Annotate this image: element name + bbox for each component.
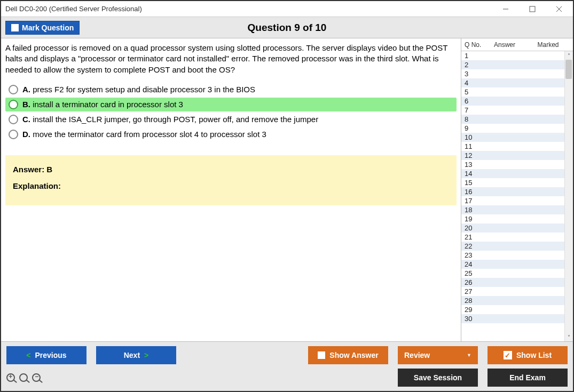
header-bar: Mark Question Question 9 of 10 bbox=[1, 17, 573, 38]
radio-icon[interactable] bbox=[9, 100, 18, 109]
window-title: Dell DC0-200 (Certified Server Professio… bbox=[5, 5, 142, 13]
table-row[interactable]: 3 bbox=[461, 69, 573, 78]
table-row[interactable]: 16 bbox=[461, 187, 573, 196]
titlebar: Dell DC0-200 (Certified Server Professio… bbox=[1, 1, 573, 17]
qno-cell: 21 bbox=[461, 233, 486, 241]
chevron-left-icon: < bbox=[26, 351, 30, 359]
col-answer: Answer bbox=[486, 41, 523, 49]
checkbox-icon bbox=[11, 24, 19, 31]
show-list-button[interactable]: ✓ Show List bbox=[487, 346, 568, 364]
save-session-button[interactable]: Save Session bbox=[398, 369, 478, 387]
option-row[interactable]: D. move the terminator card from process… bbox=[5, 127, 457, 141]
qno-cell: 25 bbox=[461, 269, 486, 277]
scroll-up-icon[interactable]: ˄ bbox=[566, 52, 572, 59]
question-list-panel: Q No. Answer Marked 12345678910111213141… bbox=[461, 38, 573, 341]
qno-cell: 27 bbox=[461, 287, 486, 295]
qno-cell: 2 bbox=[461, 61, 486, 69]
next-label: Next bbox=[124, 351, 140, 359]
close-icon[interactable] bbox=[549, 2, 569, 16]
review-button[interactable]: Review ▼ bbox=[398, 346, 478, 364]
qno-cell: 9 bbox=[461, 124, 486, 132]
scroll-down-icon[interactable]: ˅ bbox=[566, 334, 572, 340]
checked-box-icon: ✓ bbox=[504, 351, 512, 359]
table-row[interactable]: 15 bbox=[461, 178, 573, 187]
action-buttons-1: Show Answer Review ▼ ✓ Show List bbox=[308, 346, 568, 364]
table-row[interactable]: 5 bbox=[461, 87, 573, 97]
chevron-down-icon: ▼ bbox=[467, 353, 471, 358]
minimize-icon[interactable] bbox=[496, 2, 515, 16]
table-row[interactable]: 9 bbox=[461, 124, 573, 133]
radio-icon[interactable] bbox=[9, 85, 18, 94]
zoom-reset-icon[interactable] bbox=[19, 373, 28, 382]
qno-cell: 29 bbox=[461, 306, 486, 314]
qno-cell: 15 bbox=[461, 179, 486, 187]
table-row[interactable]: 28 bbox=[461, 296, 573, 305]
body: A failed processor is removed on a quad … bbox=[1, 38, 573, 341]
table-row[interactable]: 20 bbox=[461, 223, 573, 233]
main-area: A failed processor is removed on a quad … bbox=[1, 38, 461, 341]
table-row[interactable]: 12 bbox=[461, 151, 573, 160]
col-qno: Q No. bbox=[461, 41, 486, 49]
table-row[interactable]: 14 bbox=[461, 169, 573, 178]
next-button[interactable]: Next > bbox=[96, 346, 176, 364]
radio-icon[interactable] bbox=[9, 130, 18, 139]
maximize-icon[interactable] bbox=[523, 2, 542, 16]
qno-cell: 17 bbox=[461, 197, 486, 205]
window-controls bbox=[496, 2, 569, 16]
table-row[interactable]: 26 bbox=[461, 278, 573, 287]
table-row[interactable]: 13 bbox=[461, 160, 573, 169]
table-row[interactable]: 23 bbox=[461, 251, 573, 260]
table-row[interactable]: 4 bbox=[461, 78, 573, 87]
zoom-controls bbox=[6, 373, 41, 382]
radio-icon[interactable] bbox=[9, 115, 18, 124]
table-row[interactable]: 29 bbox=[461, 305, 573, 314]
option-text: D. move the terminator card from process… bbox=[22, 130, 266, 139]
option-row[interactable]: A. press F2 for system setup and disable… bbox=[5, 83, 457, 97]
footer-row-2: Save Session End Exam bbox=[6, 369, 568, 387]
table-row[interactable]: 11 bbox=[461, 142, 573, 151]
zoom-out-icon[interactable] bbox=[32, 373, 41, 382]
explanation-label: Explanation: bbox=[13, 181, 449, 190]
qno-cell: 7 bbox=[461, 106, 486, 114]
table-row[interactable]: 7 bbox=[461, 106, 573, 115]
table-row[interactable]: 30 bbox=[461, 314, 573, 323]
table-row[interactable]: 18 bbox=[461, 205, 573, 214]
show-answer-label: Show Answer bbox=[329, 351, 378, 359]
table-row[interactable]: 17 bbox=[461, 196, 573, 205]
table-row[interactable]: 8 bbox=[461, 115, 573, 124]
previous-button[interactable]: < Previous bbox=[6, 346, 87, 364]
table-row[interactable]: 25 bbox=[461, 269, 573, 278]
mark-question-button[interactable]: Mark Question bbox=[5, 21, 80, 35]
end-exam-button[interactable]: End Exam bbox=[487, 369, 568, 387]
table-row[interactable]: 24 bbox=[461, 260, 573, 269]
show-answer-button[interactable]: Show Answer bbox=[308, 346, 388, 364]
app-window: Dell DC0-200 (Certified Server Professio… bbox=[0, 0, 574, 392]
table-row[interactable]: 19 bbox=[461, 214, 573, 223]
qno-cell: 24 bbox=[461, 260, 486, 268]
option-row[interactable]: B. install a terminator card in processo… bbox=[5, 98, 457, 111]
qno-cell: 3 bbox=[461, 70, 486, 78]
question-list[interactable]: 1234567891011121314151617181920212223242… bbox=[461, 51, 573, 341]
table-row[interactable]: 2 bbox=[461, 60, 573, 69]
table-row[interactable]: 1 bbox=[461, 51, 573, 60]
qno-cell: 11 bbox=[461, 142, 486, 150]
question-list-header: Q No. Answer Marked bbox=[461, 38, 573, 51]
qno-cell: 8 bbox=[461, 115, 486, 123]
qno-cell: 13 bbox=[461, 161, 486, 169]
qno-cell: 14 bbox=[461, 170, 486, 178]
table-row[interactable]: 21 bbox=[461, 233, 573, 242]
option-row[interactable]: C. install the ISA_CLR jumper, go throug… bbox=[5, 113, 457, 126]
table-row[interactable]: 22 bbox=[461, 242, 573, 251]
answer-label: Answer: B bbox=[13, 165, 449, 174]
scrollbar[interactable]: ˄ ˅ bbox=[564, 51, 573, 341]
qno-cell: 12 bbox=[461, 151, 486, 159]
qno-cell: 1 bbox=[461, 52, 486, 60]
zoom-in-icon[interactable] bbox=[6, 373, 15, 382]
review-label: Review bbox=[404, 351, 430, 359]
scroll-thumb[interactable] bbox=[565, 60, 572, 79]
table-row[interactable]: 27 bbox=[461, 287, 573, 296]
svg-rect-1 bbox=[530, 6, 535, 12]
table-row[interactable]: 10 bbox=[461, 133, 573, 142]
previous-label: Previous bbox=[35, 351, 67, 359]
table-row[interactable]: 6 bbox=[461, 97, 573, 106]
